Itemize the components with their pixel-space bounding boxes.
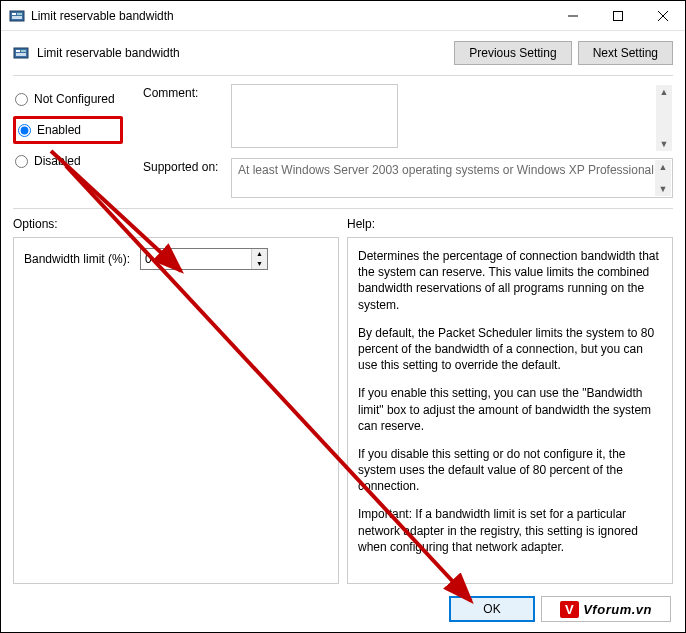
spinner-down-icon[interactable]: ▼	[252, 259, 267, 269]
app-icon	[9, 8, 25, 24]
help-paragraph: If you disable this setting or do not co…	[358, 446, 662, 495]
radio-disabled-label: Disabled	[34, 154, 81, 168]
bandwidth-limit-input-wrap[interactable]: ▲▼	[140, 248, 268, 270]
comment-scrollbar[interactable]: ▲▼	[656, 85, 672, 151]
supported-label: Supported on:	[143, 158, 231, 198]
watermark-text: Vforum.vn	[583, 602, 652, 617]
radio-enabled-input[interactable]	[18, 124, 31, 137]
header: Limit reservable bandwidth Previous Sett…	[1, 31, 685, 75]
svg-rect-10	[21, 50, 26, 52]
radio-enabled[interactable]: Enabled	[13, 116, 123, 144]
bandwidth-spinner[interactable]: ▲▼	[251, 249, 267, 269]
comment-label: Comment:	[143, 84, 231, 152]
svg-rect-2	[17, 13, 22, 15]
next-setting-button[interactable]: Next Setting	[578, 41, 673, 65]
help-label: Help:	[347, 217, 673, 231]
radio-not-configured[interactable]: Not Configured	[13, 88, 123, 110]
watermark-logo: V	[560, 601, 579, 618]
ok-button[interactable]: OK	[449, 596, 535, 622]
help-paragraph: If you enable this setting, you can use …	[358, 385, 662, 434]
help-paragraph: By default, the Packet Scheduler limits …	[358, 325, 662, 374]
radio-enabled-label: Enabled	[37, 123, 81, 137]
help-paragraph: Determines the percentage of connection …	[358, 248, 662, 313]
bandwidth-limit-label: Bandwidth limit (%):	[24, 252, 130, 266]
policy-icon	[13, 45, 29, 61]
supported-scrollbar[interactable]: ▲▼	[655, 160, 671, 196]
window-title: Limit reservable bandwidth	[31, 9, 550, 23]
options-label: Options:	[13, 217, 339, 231]
close-button[interactable]	[640, 1, 685, 30]
bandwidth-limit-input[interactable]	[141, 249, 251, 269]
comment-input[interactable]	[231, 84, 398, 148]
minimize-button[interactable]	[550, 1, 595, 30]
svg-rect-1	[12, 13, 16, 15]
svg-rect-9	[16, 50, 20, 52]
radio-not-configured-input[interactable]	[15, 93, 28, 106]
supported-on-value: At least Windows Server 2003 operating s…	[231, 158, 673, 198]
svg-rect-3	[12, 16, 22, 19]
radio-disabled[interactable]: Disabled	[13, 150, 123, 172]
maximize-button[interactable]	[595, 1, 640, 30]
policy-title: Limit reservable bandwidth	[37, 46, 448, 60]
spinner-up-icon[interactable]: ▲	[252, 249, 267, 259]
help-frame: Determines the percentage of connection …	[347, 237, 673, 584]
title-bar: Limit reservable bandwidth	[1, 1, 685, 31]
radio-not-configured-label: Not Configured	[34, 92, 115, 106]
svg-rect-5	[613, 11, 622, 20]
options-frame: Bandwidth limit (%): ▲▼	[13, 237, 339, 584]
watermark: V Vforum.vn	[541, 596, 671, 622]
previous-setting-button[interactable]: Previous Setting	[454, 41, 571, 65]
svg-rect-11	[16, 53, 26, 56]
radio-disabled-input[interactable]	[15, 155, 28, 168]
help-paragraph: Important: If a bandwidth limit is set f…	[358, 506, 662, 555]
